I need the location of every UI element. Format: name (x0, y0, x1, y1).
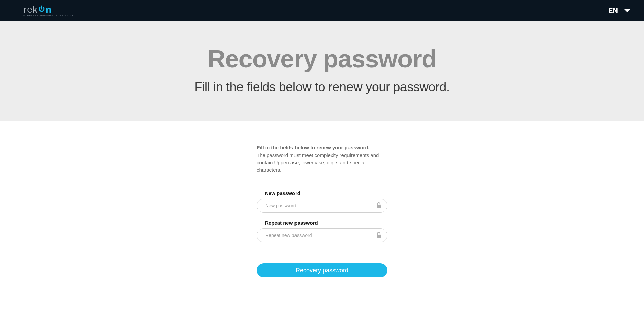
hero-section: Recovery password Fill in the fields bel… (0, 21, 644, 121)
brand-logo[interactable]: rek n WIRELESS SENSORS TECHNOLOGY (23, 4, 74, 17)
logo-text-right: n (46, 4, 51, 15)
page-title: Recovery password (7, 45, 637, 73)
new-password-wrapper (257, 199, 387, 213)
instructions-title: Fill in the fields below to renew your p… (257, 145, 387, 150)
instructions-description: The password must meet complexity requir… (257, 152, 387, 173)
language-label: EN (608, 7, 618, 14)
new-password-label: New password (257, 190, 387, 196)
new-password-input[interactable] (257, 199, 387, 213)
content-scroll-area[interactable]: Recovery password Fill in the fields bel… (0, 21, 644, 324)
logo-tagline: WIRELESS SENSORS TECHNOLOGY (23, 14, 74, 17)
power-icon (38, 5, 45, 14)
logo-text-left: rek (23, 4, 38, 15)
repeat-password-input[interactable] (257, 228, 387, 242)
new-password-group: New password (257, 190, 387, 213)
repeat-password-label: Repeat new password (257, 220, 387, 226)
language-selector[interactable]: EN (595, 4, 631, 17)
form-container: Fill in the fields below to renew your p… (257, 145, 387, 277)
repeat-password-group: Repeat new password (257, 220, 387, 242)
repeat-password-wrapper (257, 228, 387, 242)
recovery-password-button[interactable]: Recovery password (257, 263, 387, 277)
page-subtitle: Fill in the fields below to renew your p… (7, 80, 637, 94)
app-header: rek n WIRELESS SENSORS TECHNOLOGY EN (0, 0, 644, 21)
chevron-down-icon (624, 9, 631, 12)
form-section: Fill in the fields below to renew your p… (0, 121, 644, 298)
form-instructions: Fill in the fields below to renew your p… (257, 145, 387, 173)
